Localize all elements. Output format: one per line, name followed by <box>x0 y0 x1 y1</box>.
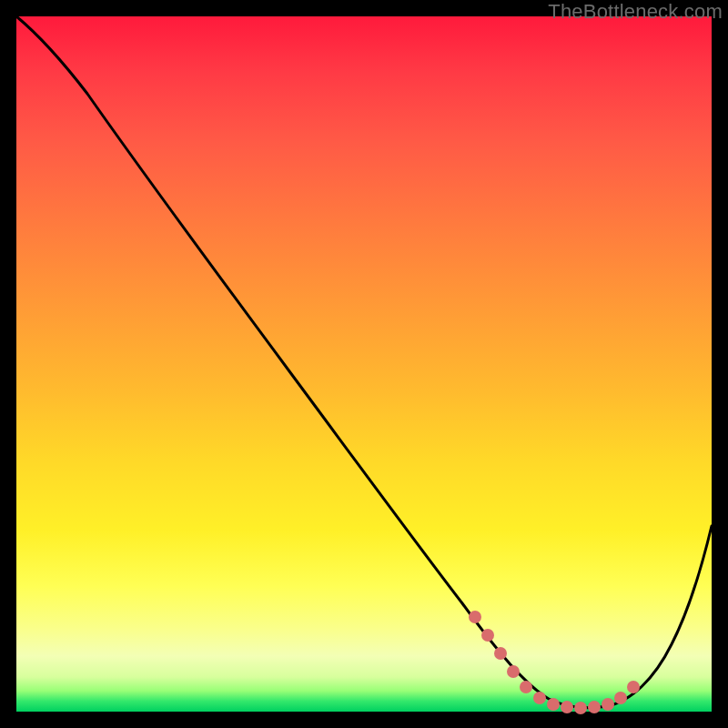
highlight-dots <box>469 611 640 714</box>
svg-point-11 <box>614 692 627 704</box>
svg-point-6 <box>547 698 560 711</box>
svg-point-3 <box>507 665 520 678</box>
svg-point-10 <box>602 698 614 711</box>
svg-point-2 <box>494 647 507 660</box>
main-curve <box>16 16 712 708</box>
chart-frame <box>16 16 712 712</box>
svg-point-8 <box>574 702 587 714</box>
svg-point-5 <box>533 692 546 704</box>
svg-point-12 <box>627 681 640 693</box>
svg-point-9 <box>588 701 601 713</box>
curve-layer <box>16 16 712 712</box>
svg-point-0 <box>469 611 481 623</box>
watermark-text: TheBottleneck.com <box>548 0 723 24</box>
plot-area <box>16 16 712 712</box>
svg-point-7 <box>561 701 573 713</box>
svg-point-4 <box>520 681 532 693</box>
svg-point-1 <box>481 629 494 642</box>
